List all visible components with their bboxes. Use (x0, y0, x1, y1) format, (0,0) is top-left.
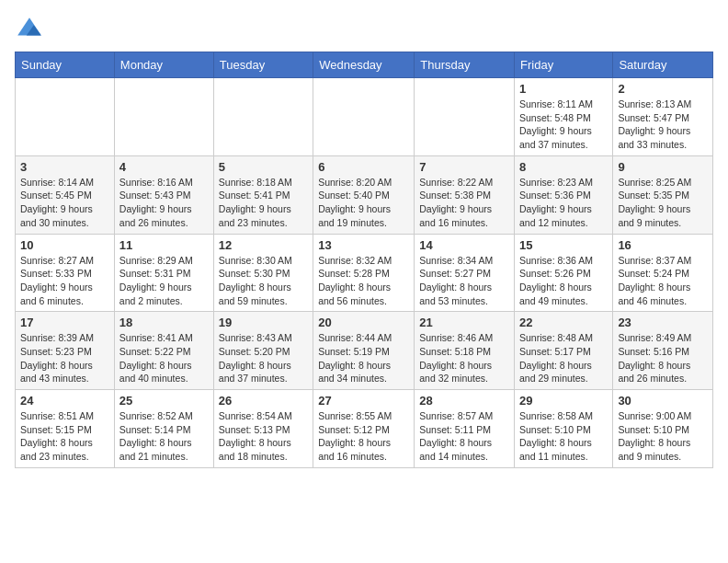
calendar-cell: 18Sunrise: 8:41 AMSunset: 5:22 PMDayligh… (114, 312, 213, 390)
day-info: Sunrise: 8:13 AMSunset: 5:47 PMDaylight:… (618, 98, 708, 152)
calendar-cell (313, 78, 415, 156)
calendar-header: SundayMondayTuesdayWednesdayThursdayFrid… (16, 52, 713, 78)
day-info: Sunrise: 9:00 AMSunset: 5:10 PMDaylight:… (618, 409, 708, 464)
day-info: Sunrise: 8:32 AMSunset: 5:28 PMDaylight:… (318, 254, 409, 308)
calendar-cell: 8Sunrise: 8:23 AMSunset: 5:36 PMDaylight… (515, 155, 613, 234)
calendar-cell: 29Sunrise: 8:58 AMSunset: 5:10 PMDayligh… (515, 390, 613, 468)
weekday-header-wednesday: Wednesday (313, 52, 415, 78)
day-info: Sunrise: 8:29 AMSunset: 5:31 PMDaylight:… (119, 254, 209, 308)
day-info: Sunrise: 8:36 AMSunset: 5:26 PMDaylight:… (519, 254, 608, 308)
day-number: 4 (119, 160, 209, 174)
day-number: 12 (219, 238, 308, 252)
weekday-header-monday: Monday (114, 52, 213, 78)
weekday-header-saturday: Saturday (613, 52, 713, 78)
day-number: 14 (419, 238, 509, 252)
calendar-cell: 7Sunrise: 8:22 AMSunset: 5:38 PMDaylight… (415, 155, 515, 234)
day-number: 23 (618, 316, 708, 329)
calendar-cell: 10Sunrise: 8:27 AMSunset: 5:33 PMDayligh… (16, 234, 115, 312)
calendar-week-row: 17Sunrise: 8:39 AMSunset: 5:23 PMDayligh… (16, 312, 713, 390)
calendar-cell: 6Sunrise: 8:20 AMSunset: 5:40 PMDaylight… (313, 155, 415, 234)
calendar-cell: 20Sunrise: 8:44 AMSunset: 5:19 PMDayligh… (313, 312, 415, 390)
day-info: Sunrise: 8:57 AMSunset: 5:11 PMDaylight:… (419, 409, 509, 464)
day-info: Sunrise: 8:27 AMSunset: 5:33 PMDaylight:… (20, 254, 109, 308)
weekday-header-friday: Friday (515, 52, 613, 78)
day-number: 11 (119, 238, 209, 252)
calendar-cell: 14Sunrise: 8:34 AMSunset: 5:27 PMDayligh… (415, 234, 515, 312)
calendar-cell (16, 78, 115, 156)
calendar-cell (114, 78, 213, 156)
logo-icon (15, 15, 44, 44)
weekday-header-row: SundayMondayTuesdayWednesdayThursdayFrid… (16, 52, 713, 78)
calendar-cell: 22Sunrise: 8:48 AMSunset: 5:17 PMDayligh… (515, 312, 613, 390)
day-number: 17 (20, 316, 109, 329)
day-number: 21 (419, 316, 509, 329)
calendar-cell: 30Sunrise: 9:00 AMSunset: 5:10 PMDayligh… (613, 390, 713, 468)
day-info: Sunrise: 8:58 AMSunset: 5:10 PMDaylight:… (519, 409, 608, 464)
day-info: Sunrise: 8:43 AMSunset: 5:20 PMDaylight:… (219, 331, 308, 385)
day-number: 24 (20, 394, 109, 408)
day-info: Sunrise: 8:51 AMSunset: 5:15 PMDaylight:… (20, 409, 109, 464)
weekday-header-tuesday: Tuesday (213, 52, 313, 78)
calendar-cell: 11Sunrise: 8:29 AMSunset: 5:31 PMDayligh… (114, 234, 213, 312)
calendar-cell: 12Sunrise: 8:30 AMSunset: 5:30 PMDayligh… (213, 234, 313, 312)
day-number: 27 (318, 394, 409, 408)
day-info: Sunrise: 8:25 AMSunset: 5:35 PMDaylight:… (618, 176, 708, 230)
page-header (15, 15, 713, 44)
calendar-week-row: 1Sunrise: 8:11 AMSunset: 5:48 PMDaylight… (16, 78, 713, 156)
calendar-cell: 17Sunrise: 8:39 AMSunset: 5:23 PMDayligh… (16, 312, 115, 390)
day-info: Sunrise: 8:54 AMSunset: 5:13 PMDaylight:… (219, 409, 308, 464)
day-number: 22 (519, 316, 608, 329)
day-info: Sunrise: 8:30 AMSunset: 5:30 PMDaylight:… (219, 254, 308, 308)
day-number: 30 (618, 394, 708, 408)
calendar-cell: 3Sunrise: 8:14 AMSunset: 5:45 PMDaylight… (16, 155, 115, 234)
day-number: 18 (119, 316, 209, 329)
calendar-cell: 9Sunrise: 8:25 AMSunset: 5:35 PMDaylight… (613, 155, 713, 234)
weekday-header-thursday: Thursday (415, 52, 515, 78)
day-number: 1 (519, 82, 608, 96)
day-info: Sunrise: 8:44 AMSunset: 5:19 PMDaylight:… (318, 331, 409, 385)
day-info: Sunrise: 8:16 AMSunset: 5:43 PMDaylight:… (119, 176, 209, 230)
day-number: 20 (318, 316, 409, 329)
calendar-cell (213, 78, 313, 156)
calendar-cell: 28Sunrise: 8:57 AMSunset: 5:11 PMDayligh… (415, 390, 515, 468)
calendar-week-row: 3Sunrise: 8:14 AMSunset: 5:45 PMDaylight… (16, 155, 713, 234)
day-number: 19 (219, 316, 308, 329)
logo (15, 15, 48, 44)
weekday-header-sunday: Sunday (16, 52, 115, 78)
calendar-cell: 27Sunrise: 8:55 AMSunset: 5:12 PMDayligh… (313, 390, 415, 468)
day-number: 5 (219, 160, 308, 174)
day-number: 10 (20, 238, 109, 252)
day-number: 28 (419, 394, 509, 408)
calendar-cell: 4Sunrise: 8:16 AMSunset: 5:43 PMDaylight… (114, 155, 213, 234)
day-info: Sunrise: 8:39 AMSunset: 5:23 PMDaylight:… (20, 331, 109, 385)
calendar-cell: 2Sunrise: 8:13 AMSunset: 5:47 PMDaylight… (613, 78, 713, 156)
day-info: Sunrise: 8:46 AMSunset: 5:18 PMDaylight:… (419, 331, 509, 385)
day-number: 8 (519, 160, 608, 174)
day-info: Sunrise: 8:14 AMSunset: 5:45 PMDaylight:… (20, 176, 109, 230)
day-info: Sunrise: 8:11 AMSunset: 5:48 PMDaylight:… (519, 98, 608, 152)
day-info: Sunrise: 8:52 AMSunset: 5:14 PMDaylight:… (119, 409, 209, 464)
day-number: 15 (519, 238, 608, 252)
day-number: 3 (20, 160, 109, 174)
calendar-body: 1Sunrise: 8:11 AMSunset: 5:48 PMDaylight… (16, 78, 713, 468)
calendar-cell: 25Sunrise: 8:52 AMSunset: 5:14 PMDayligh… (114, 390, 213, 468)
day-info: Sunrise: 8:20 AMSunset: 5:40 PMDaylight:… (318, 176, 409, 230)
day-number: 29 (519, 394, 608, 408)
day-info: Sunrise: 8:41 AMSunset: 5:22 PMDaylight:… (119, 331, 209, 385)
day-info: Sunrise: 8:34 AMSunset: 5:27 PMDaylight:… (419, 254, 509, 308)
day-info: Sunrise: 8:49 AMSunset: 5:16 PMDaylight:… (618, 331, 708, 385)
day-number: 26 (219, 394, 308, 408)
day-info: Sunrise: 8:23 AMSunset: 5:36 PMDaylight:… (519, 176, 608, 230)
day-number: 6 (318, 160, 409, 174)
day-info: Sunrise: 8:55 AMSunset: 5:12 PMDaylight:… (318, 409, 409, 464)
day-number: 13 (318, 238, 409, 252)
calendar-table: SundayMondayTuesdayWednesdayThursdayFrid… (15, 52, 713, 468)
calendar-week-row: 10Sunrise: 8:27 AMSunset: 5:33 PMDayligh… (16, 234, 713, 312)
day-info: Sunrise: 8:37 AMSunset: 5:24 PMDaylight:… (618, 254, 708, 308)
calendar-cell: 24Sunrise: 8:51 AMSunset: 5:15 PMDayligh… (16, 390, 115, 468)
calendar-week-row: 24Sunrise: 8:51 AMSunset: 5:15 PMDayligh… (16, 390, 713, 468)
calendar-cell: 23Sunrise: 8:49 AMSunset: 5:16 PMDayligh… (613, 312, 713, 390)
day-number: 9 (618, 160, 708, 174)
calendar-cell: 15Sunrise: 8:36 AMSunset: 5:26 PMDayligh… (515, 234, 613, 312)
day-number: 25 (119, 394, 209, 408)
